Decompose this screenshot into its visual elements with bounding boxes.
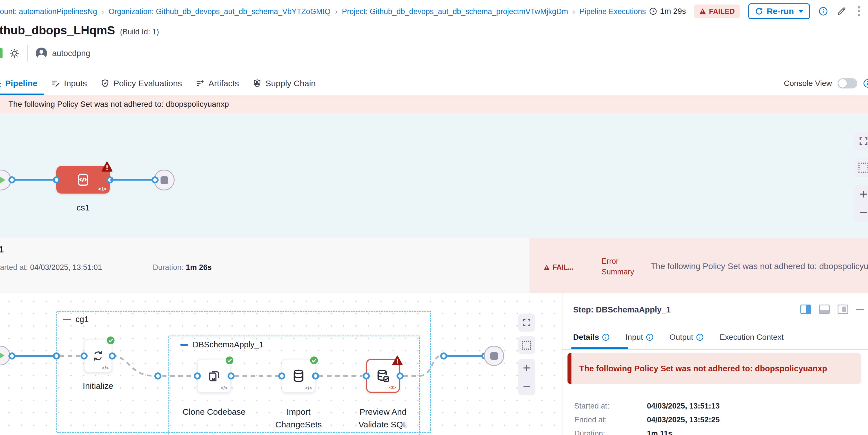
step-node-clone-codebase[interactable]: </> [197,359,231,393]
policy-violation-banner: The following Policy Set was not adhered… [0,95,868,113]
zoom-out-button[interactable] [859,207,868,218]
edit-icon[interactable] [836,6,846,16]
stop-icon [160,176,168,184]
error-summary-text: The following Policy Set was not adhered… [651,261,868,271]
info-icon[interactable] [696,333,704,341]
breadcrumb-account[interactable]: count: automationPipelinesNg [0,7,97,16]
pipeline-execution-screen: count: automationPipelinesNg › Organizat… [0,0,868,435]
layout-bottom-icon[interactable] [819,305,830,314]
success-badge-icon [106,336,115,345]
stage-graph-canvas[interactable]: </> cs1 [0,113,868,238]
stage-name: 1 [0,245,4,255]
graph-connector [12,179,56,181]
tab-pipeline-label: Pipeline [5,79,37,88]
graph-port [53,176,60,183]
graph-port [227,372,235,379]
collapse-icon[interactable] [180,344,188,346]
shield-check-icon [100,79,110,88]
tab-details[interactable]: Details [573,333,610,342]
detail-row-started-at: Started at: 04/03/2025, 13:51:13 [574,402,720,410]
stepgroup-cg1-label[interactable]: cg1 [75,315,89,324]
warning-triangle-icon [699,8,706,14]
build-id: (Build Id: 1) [120,28,159,36]
execution-graph-canvas[interactable]: cg1 DBSchemaApply_1 < [0,293,562,435]
clock-icon [649,7,657,15]
tab-supply-chain[interactable]: Supply Chain [246,72,322,95]
tab-execution-context[interactable]: Execution Context [720,333,783,342]
marquee-select-button[interactable] [518,336,535,354]
info-icon[interactable] [602,333,610,341]
breadcrumb: count: automationPipelinesNg › Organizat… [0,7,646,16]
code-icon: </> [220,385,227,391]
info-icon[interactable] [646,333,654,341]
graph-connector [110,179,155,181]
tab-output[interactable]: Output [670,333,704,342]
breadcrumb-project[interactable]: Project: Github_db_devops_aut_db_schema_… [342,7,568,16]
ended-at-label: Ended at: [574,415,647,424]
graph-connector-dashed [162,375,194,377]
info-icon[interactable] [818,6,828,16]
breadcrumb-organization[interactable]: Organization: Github_db_devops_aut_db_sc… [108,7,330,16]
tab-artifacts[interactable]: Artifacts [189,72,246,95]
page-title: ithub_dbops_LHqmS [0,24,115,37]
graph-port [363,372,370,379]
tab-inputs[interactable]: Inputs [44,72,94,95]
info-icon[interactable] [863,79,868,88]
breadcrumb-pipeline-executions[interactable]: Pipeline Executions [580,7,646,16]
tab-supply-chain-label: Supply Chain [266,79,316,88]
tab-execution-context-label: Execution Context [720,333,783,342]
marquee-select-icon [859,162,868,173]
marquee-select-button[interactable] [855,158,868,177]
zoom-in-button[interactable] [859,189,868,199]
tab-policy-evaluations-label: Policy Evaluations [114,79,182,88]
zoom-out-button[interactable] [522,381,531,391]
end-node [484,346,504,366]
tab-input-label: Input [625,333,643,342]
console-view-toggle[interactable] [838,78,857,89]
rerun-button[interactable]: Re-run [748,3,810,19]
step-panel-title: Step: DBSchemaApply_1 [573,305,671,314]
detail-row-duration: Duration: 1m 11s [574,429,672,435]
tab-inputs-label: Inputs [64,79,87,88]
tab-policy-evaluations[interactable]: Policy Evaluations [94,72,189,95]
fullscreen-button[interactable] [855,132,868,150]
step-node-import-changesets[interactable]: </> [282,359,315,393]
duration-value: 1m 11s [647,429,672,435]
zoom-in-button[interactable] [522,363,531,373]
step-node-preview-validate-sql[interactable]: </> [366,359,400,393]
step-node-initialize[interactable]: </> [84,339,112,373]
status-badge: FAILED [694,4,740,18]
fullscreen-button[interactable] [518,314,535,332]
layout-floating-icon[interactable] [838,305,848,314]
policy-error-alert: The following Policy Set was not adhered… [567,353,861,384]
chevron-right-icon: › [102,7,104,16]
started-at-label: Started at: [574,402,647,410]
stage-info-bar: 1 arted at: 04/03/2025, 13:51:01 Duratio… [0,238,868,293]
detail-row-ended-at: Ended at: 04/03/2025, 13:52:25 [574,415,720,424]
layout-split-right-icon[interactable] [800,305,811,314]
stepgroup-dbschemaapply-label[interactable]: DBSchemaApply_1 [193,340,263,349]
collapse-icon[interactable] [63,319,71,320]
gear-icon[interactable] [9,48,20,59]
graph-port [109,352,116,360]
code-icon: </> [389,385,396,391]
warning-badge-icon [392,355,403,365]
graph-port [8,176,16,183]
meta-row: autocdpng [0,44,90,63]
tab-artifacts-label: Artifacts [209,79,239,88]
stage-node-cs1[interactable]: </> [56,166,110,193]
kebab-menu-icon[interactable] [855,5,863,18]
marquee-select-icon [522,341,531,350]
triggered-by-user[interactable]: autocdpng [52,49,90,58]
policy-violation-banner-text: The following Policy Set was not adhered… [8,100,229,109]
duration-label: Duration: [574,429,647,435]
fail-badge-label: FAIL... [553,263,574,271]
started-at-value: 04/03/2025, 13:51:01 [30,263,102,272]
tab-pipeline[interactable]: Pipeline [0,72,44,95]
warning-badge-icon [101,161,113,172]
ended-at-value: 04/03/2025, 13:52:25 [647,415,720,424]
tab-input[interactable]: Input [625,333,654,342]
minimize-icon[interactable] [856,309,864,310]
zoom-controls [518,359,535,395]
tab-details-label: Details [573,333,599,342]
